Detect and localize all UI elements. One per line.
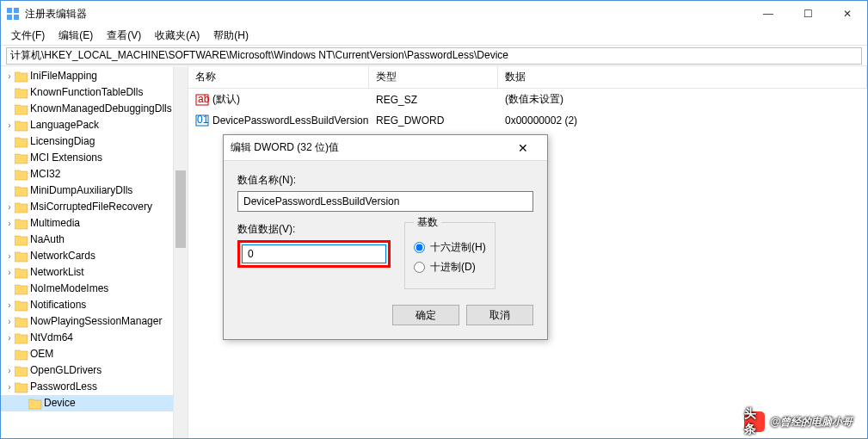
value-data: (数值未设置) (498, 90, 867, 108)
folder-icon (15, 120, 28, 132)
tree-scrollbar[interactable] (173, 67, 188, 438)
dialog-close-button[interactable]: ✕ (506, 141, 540, 155)
radio-hex[interactable]: 十六进制(H) (414, 240, 486, 255)
scrollbar-thumb[interactable] (175, 170, 186, 248)
menu-favorites[interactable]: 收藏夹(A) (148, 27, 206, 45)
tree-item-noimemodeimes[interactable]: NoImeModeImes (1, 281, 188, 297)
titlebar[interactable]: 注册表编辑器 — ☐ ✕ (1, 1, 867, 27)
tree-item-knownfunctiontabledlls[interactable]: KnownFunctionTableDlls (1, 84, 188, 101)
col-data[interactable]: 数据 (498, 66, 867, 88)
tree-item-opengldrivers[interactable]: ›OpenGLDrivers (1, 362, 188, 379)
value-data-input[interactable] (242, 244, 386, 263)
radio-dec-label: 十进制(D) (430, 260, 476, 275)
folder-icon (15, 136, 28, 148)
value-name-field[interactable] (237, 191, 533, 212)
tree-item-networkcards[interactable]: ›NetworkCards (1, 248, 188, 264)
tree-item-multimedia[interactable]: ›Multimedia (1, 215, 188, 232)
menu-help[interactable]: 帮助(H) (206, 27, 255, 45)
ok-button[interactable]: 确定 (392, 305, 459, 325)
tree-item-label: Multimedia (30, 216, 80, 231)
folder-icon (28, 398, 42, 410)
list-row[interactable]: ab(默认)REG_SZ(数值未设置) (188, 89, 867, 110)
key-tree[interactable]: ›IniFileMappingKnownFunctionTableDllsKno… (1, 66, 188, 438)
folder-icon (15, 152, 28, 164)
folder-icon (15, 234, 28, 246)
value-data: 0x00000002 (2) (498, 113, 867, 128)
window-title: 注册表编辑器 (25, 7, 748, 22)
folder-icon (15, 185, 28, 197)
tree-item-label: OEM (30, 347, 53, 362)
binary-icon: 011 (195, 114, 209, 127)
highlight-box (237, 240, 391, 268)
tree-item-device[interactable]: Device (1, 395, 188, 411)
tree-item-nowplayingsessionmanager[interactable]: ›NowPlayingSessionManager (1, 313, 188, 330)
list-body: ab(默认)REG_SZ(数值未设置)011DevicePasswordLess… (188, 89, 867, 131)
svg-rect-2 (7, 15, 12, 20)
tree-item-mci32[interactable]: MCI32 (1, 166, 188, 182)
expand-icon[interactable]: › (4, 380, 15, 394)
expand-icon[interactable]: › (4, 200, 15, 214)
tree-item-licensingdiag[interactable]: LicensingDiag (1, 133, 188, 150)
value-name: DevicePasswordLessBuildVersion (212, 114, 368, 127)
tree-item-minidumpauxiliarydlls[interactable]: MiniDumpAuxiliaryDlls (1, 182, 188, 199)
radio-dec[interactable]: 十进制(D) (414, 260, 486, 275)
maximize-button[interactable]: ☐ (788, 1, 828, 27)
tree-item-msicorruptedfilerecovery[interactable]: ›MsiCorruptedFileRecovery (1, 199, 188, 215)
tree-item-label: OpenGLDrivers (30, 363, 102, 378)
value-data-label: 数值数据(V): (237, 222, 391, 237)
folder-icon (15, 103, 28, 115)
tree-item-passwordless[interactable]: ›PasswordLess (1, 379, 188, 395)
tree-item-label: MiniDumpAuxiliaryDlls (30, 183, 132, 198)
expand-icon[interactable]: › (4, 69, 15, 83)
expand-icon[interactable]: › (4, 331, 15, 345)
radio-hex-input[interactable] (414, 242, 425, 253)
col-name[interactable]: 名称 (188, 66, 369, 88)
tree-item-label: Notifications (30, 298, 86, 312)
radio-dec-input[interactable] (414, 262, 425, 273)
tree-item-knownmanageddebuggingdlls[interactable]: KnownManagedDebuggingDlls (1, 101, 188, 117)
menu-file[interactable]: 文件(F) (4, 27, 52, 45)
folder-icon (15, 71, 28, 83)
path-input[interactable] (6, 47, 862, 65)
folder-icon (15, 201, 28, 213)
expand-icon[interactable]: › (4, 363, 15, 378)
tree-item-notifications[interactable]: ›Notifications (1, 297, 188, 313)
expand-icon[interactable]: › (4, 314, 15, 329)
tree-item-label: LicensingDiag (30, 134, 95, 149)
dialog-buttons: 确定 取消 (237, 305, 533, 325)
dialog-titlebar[interactable]: 编辑 DWORD (32 位)值 ✕ (224, 135, 547, 161)
expand-icon[interactable]: › (4, 249, 15, 263)
tree-item-label: KnownFunctionTableDlls (30, 85, 143, 100)
folder-icon (15, 349, 28, 361)
col-type[interactable]: 类型 (369, 66, 498, 88)
tree-item-label: Device (44, 396, 76, 411)
menu-view[interactable]: 查看(V) (100, 27, 148, 45)
expand-icon[interactable]: › (4, 265, 15, 280)
tree-item-naauth[interactable]: NaAuth (1, 232, 188, 248)
tree-item-label: NtVdm64 (30, 331, 73, 345)
value-type: REG_DWORD (369, 113, 498, 128)
tree-item-oem[interactable]: OEM (1, 346, 188, 362)
list-row[interactable]: 011DevicePasswordLessBuildVersionREG_DWO… (188, 110, 867, 131)
cancel-button[interactable]: 取消 (466, 305, 533, 325)
window-controls: — ☐ ✕ (748, 1, 867, 27)
folder-icon (15, 300, 28, 312)
close-button[interactable]: ✕ (828, 1, 867, 27)
expand-icon[interactable]: › (4, 298, 15, 312)
tree-item-label: KnownManagedDebuggingDlls (30, 102, 172, 116)
tree-item-ntvdm64[interactable]: ›NtVdm64 (1, 330, 188, 346)
tree-item-networklist[interactable]: ›NetworkList (1, 264, 188, 281)
tree-item-mci-extensions[interactable]: MCI Extensions (1, 150, 188, 166)
menu-edit[interactable]: 编辑(E) (52, 27, 100, 45)
dialog-title: 编辑 DWORD (32 位)值 (231, 140, 506, 155)
minimize-button[interactable]: — (748, 1, 788, 27)
expand-icon[interactable]: › (4, 216, 15, 231)
folder-icon (15, 365, 28, 377)
expand-icon[interactable]: › (4, 118, 15, 133)
tree-item-label: MCI Extensions (30, 151, 102, 165)
tree-item-inifilemapping[interactable]: ›IniFileMapping (1, 68, 188, 84)
string-icon: ab (195, 93, 209, 107)
tree-item-languagepack[interactable]: ›LanguagePack (1, 117, 188, 133)
app-icon (6, 7, 20, 21)
address-bar (1, 46, 867, 66)
